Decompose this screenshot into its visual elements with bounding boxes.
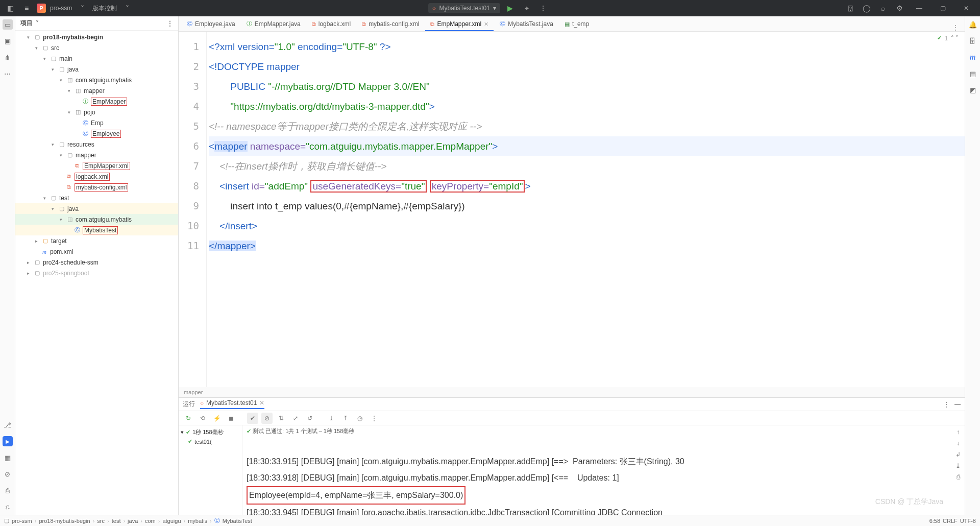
more-actions-icon[interactable]: ⋮ <box>537 4 549 12</box>
search-icon[interactable]: ⌕ <box>877 4 889 12</box>
line-separator[interactable]: CRLF <box>943 518 958 524</box>
vcs-tool-icon[interactable]: ⎌ <box>3 501 13 512</box>
tab-logback[interactable]: ⧉logback.xml <box>307 18 356 31</box>
console-output[interactable]: [18:30:33.915] [DEBUG] [main] [com.atgui… <box>242 437 951 515</box>
tree-item[interactable]: Employee <box>91 130 121 138</box>
tree-item[interactable]: mybatis-config.xml <box>75 183 128 192</box>
plugin-icon[interactable]: ◩ <box>968 85 978 95</box>
export-icon[interactable]: ⤒ <box>340 413 351 424</box>
panel-minimize-icon[interactable]: — <box>954 401 961 408</box>
tab-empmapper-xml[interactable]: ⧉EmpMapper.xml✕ <box>425 18 494 31</box>
panel-more-icon[interactable]: ⋮ <box>943 401 949 408</box>
panel-more-icon[interactable]: ⋮ <box>167 20 173 27</box>
collapse-icon[interactable]: ↺ <box>304 413 315 424</box>
print-icon[interactable]: ⎙ <box>957 473 960 481</box>
project-tree[interactable]: ▾▢pro18-mybatis-begin ▾▢src ▾▢main ▾▢jav… <box>15 31 178 515</box>
run-tab-test[interactable]: ⟐MybatisTest.test01✕ <box>200 399 264 409</box>
tree-item[interactable]: pojo <box>84 109 95 116</box>
more-icon[interactable]: ⋮ <box>369 413 380 424</box>
project-logo[interactable]: P <box>37 4 46 13</box>
run-tab-run[interactable]: 运行 <box>183 400 195 409</box>
editor-breadcrumb[interactable]: mapper <box>179 387 965 397</box>
more-icon[interactable]: ⋯ <box>3 68 13 79</box>
navigation-bar[interactable]: ▢ pro-ssm› pro18-mybatis-begin› src› tes… <box>0 515 980 526</box>
tree-item[interactable]: src <box>51 44 59 52</box>
expand-icon[interactable]: ⤢ <box>290 413 301 424</box>
show-ignored-icon[interactable]: ⊘ <box>261 413 273 424</box>
database-icon[interactable]: 🗄 <box>968 36 978 46</box>
tab-mybatistest[interactable]: ⒸMybatisTest.java <box>495 17 558 31</box>
bookmarks-icon[interactable]: ▣ <box>3 36 13 46</box>
tab-mybatis-config[interactable]: ⧉mybatis-config.xml <box>357 18 424 31</box>
tree-item[interactable]: MybatisTest <box>83 226 118 234</box>
tree-item[interactable]: mapper <box>84 87 105 94</box>
tree-item[interactable]: mapper <box>76 152 96 159</box>
notifications-icon[interactable]: 🔔 <box>968 19 978 30</box>
tree-item[interactable]: pro18-mybatis-begin <box>43 34 103 41</box>
scroll-up-icon[interactable]: ↑ <box>957 428 960 436</box>
project-tool-icon[interactable]: ▭ <box>3 19 13 30</box>
tab-empmapper-java[interactable]: ⒾEmpMapper.java <box>241 17 306 31</box>
sort-icon[interactable]: ⇅ <box>276 413 287 424</box>
history-icon[interactable]: ◷ <box>354 413 365 424</box>
tree-item[interactable]: EmpMapper <box>91 98 127 106</box>
tree-item[interactable]: java <box>67 66 79 73</box>
updates-icon[interactable]: ◯ <box>861 4 873 12</box>
vcs-menu[interactable]: 版本控制 <box>92 4 117 13</box>
chevron-down-icon[interactable]: ˅ <box>76 4 88 12</box>
tree-item[interactable]: com.atguigu.mybatis <box>76 216 132 223</box>
code-content[interactable]: <?xml version="1.0" encoding="UTF-8" ?> … <box>207 32 965 387</box>
tree-item[interactable]: pro24-schedule-ssm <box>43 259 99 266</box>
tree-item[interactable]: Emp <box>91 119 104 127</box>
import-icon[interactable]: ⤓ <box>326 413 337 424</box>
tab-employee[interactable]: ⒸEmployee.java <box>182 17 240 31</box>
chevron-down-icon[interactable]: ˅ <box>36 20 39 27</box>
scroll-to-end-icon[interactable]: ⤓ <box>955 462 961 469</box>
tree-item[interactable]: pom.xml <box>50 248 73 255</box>
code-with-me-icon[interactable]: ⍰ <box>844 4 856 12</box>
git-icon[interactable]: ⎇ <box>3 420 13 430</box>
structure-icon[interactable]: ⋔ <box>3 52 13 62</box>
minimize-button[interactable]: — <box>910 5 929 12</box>
caret-position[interactable]: 6:58 <box>929 518 940 524</box>
debug-button[interactable]: ⌖ <box>521 4 533 13</box>
stop-icon[interactable]: ◼ <box>226 413 237 424</box>
code-editor[interactable]: 1234567891011 <?xml version="1.0" encodi… <box>179 32 965 387</box>
rerun-failed-icon[interactable]: ⟲ <box>197 413 208 424</box>
tree-item[interactable]: logback.xml <box>75 173 110 181</box>
run-button[interactable]: ▶ <box>504 4 517 12</box>
file-encoding[interactable]: UTF-8 <box>960 518 976 524</box>
run-tool-icon[interactable]: ▶ <box>3 436 13 446</box>
close-button[interactable]: ✕ <box>957 5 976 12</box>
maximize-button[interactable]: ▢ <box>933 5 952 12</box>
maven-icon[interactable]: m <box>968 52 978 62</box>
toggle-auto-icon[interactable]: ⚡ <box>211 413 223 424</box>
rerun-icon[interactable]: ↻ <box>183 413 194 424</box>
interface-icon: Ⓘ <box>82 98 89 105</box>
tree-item[interactable]: resources <box>67 141 94 148</box>
show-passed-icon[interactable]: ✔ <box>247 413 258 424</box>
test-tree[interactable]: ▾✔1秒 158毫秒 ✔test01( <box>179 425 242 515</box>
tree-item[interactable]: java <box>67 205 79 212</box>
tree-item[interactable]: target <box>51 237 67 245</box>
tab-temp[interactable]: ▦t_emp <box>559 18 594 31</box>
tree-item[interactable]: main <box>59 55 72 62</box>
services-icon[interactable]: ▦ <box>3 452 13 463</box>
gradle-icon[interactable]: ▤ <box>968 68 978 79</box>
settings-icon[interactable]: ⚙ <box>893 4 905 12</box>
tabs-more-icon[interactable]: ⋮ <box>946 24 965 31</box>
run-config-selector[interactable]: ⟐ MybatisTest.test01 ▾ <box>428 3 500 13</box>
close-icon[interactable]: ✕ <box>484 21 488 28</box>
project-name[interactable]: pro-ssm <box>50 5 72 12</box>
tree-item[interactable]: pro25-springboot <box>43 270 89 277</box>
problems-icon[interactable]: ⊘ <box>3 469 13 479</box>
terminal-icon[interactable]: ⎙ <box>3 485 13 495</box>
tree-item[interactable]: test <box>59 195 69 202</box>
chevron-down-icon[interactable]: ˅ <box>121 4 133 12</box>
inspection-widget[interactable]: ✔ 1 ˄ ˅ <box>937 35 959 41</box>
tree-item[interactable]: EmpMapper.xml <box>83 162 130 170</box>
scroll-down-icon[interactable]: ↓ <box>957 440 960 447</box>
tree-item[interactable]: com.atguigu.mybatis <box>76 77 132 84</box>
soft-wrap-icon[interactable]: ↲ <box>955 451 961 458</box>
hamburger-icon[interactable]: ≡ <box>20 4 33 12</box>
